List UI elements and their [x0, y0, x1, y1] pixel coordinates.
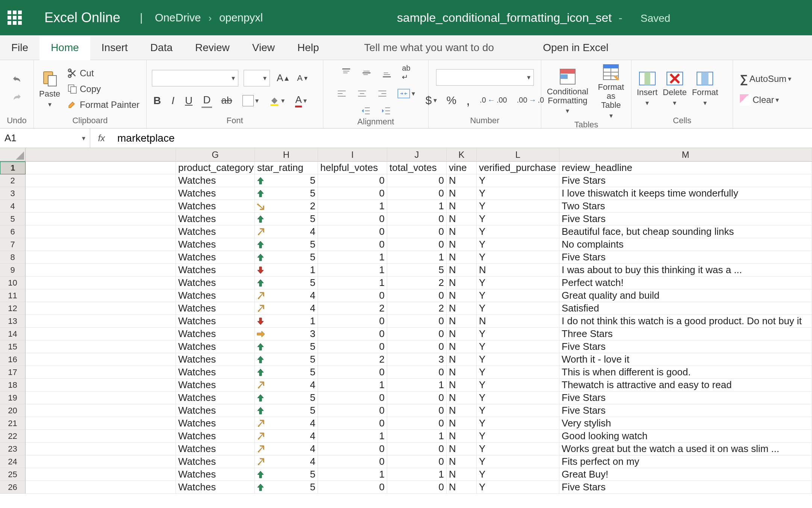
cell[interactable]: Y — [477, 353, 559, 366]
row-header[interactable]: 23 — [0, 443, 26, 455]
cell[interactable]: 0 — [387, 328, 447, 340]
cell[interactable]: 5 — [255, 238, 318, 251]
column-header[interactable]: J — [387, 148, 447, 161]
cell[interactable] — [26, 213, 176, 225]
cell[interactable]: 1 — [387, 468, 447, 481]
cell[interactable]: 4 — [255, 289, 318, 302]
column-header[interactable]: K — [447, 148, 477, 161]
header-cell[interactable]: star_rating — [255, 162, 318, 174]
row-header[interactable]: 20 — [0, 404, 26, 417]
cell[interactable]: Watches — [176, 455, 255, 468]
cell[interactable]: Five Stars — [559, 340, 812, 353]
cell[interactable]: Watches — [176, 315, 255, 328]
cell[interactable] — [26, 302, 176, 315]
cell[interactable]: 2 — [387, 277, 447, 289]
cell[interactable]: 0 — [318, 481, 387, 494]
cell[interactable]: 5 — [255, 404, 318, 417]
wrap-text-button[interactable]: ab↵ — [400, 63, 412, 82]
insert-button[interactable]: Insert▾ — [637, 71, 657, 107]
cell[interactable]: 1 — [387, 430, 447, 443]
align-right-button[interactable] — [376, 88, 389, 100]
name-box[interactable]: A1 ▾ — [0, 129, 90, 148]
row-header[interactable]: 15 — [0, 340, 26, 353]
cell[interactable]: 1 — [318, 200, 387, 213]
row-header[interactable]: 13 — [0, 315, 26, 328]
cell[interactable]: Watches — [176, 302, 255, 315]
cell[interactable]: Watches — [176, 430, 255, 443]
row-header[interactable]: 18 — [0, 379, 26, 392]
merge-button[interactable]: ▾ — [396, 88, 417, 100]
cell[interactable]: 0 — [387, 443, 447, 455]
tell-me-input[interactable]: Tell me what you want to do — [353, 35, 506, 60]
cell[interactable]: Good looking watch — [559, 430, 812, 443]
menu-file[interactable]: File — [0, 35, 39, 60]
cell[interactable]: N — [447, 443, 477, 455]
cell[interactable] — [26, 264, 176, 277]
cell[interactable]: Very stylish — [559, 417, 812, 430]
cell[interactable]: Y — [477, 200, 559, 213]
cell[interactable]: I do not think this watch is a good prod… — [559, 315, 812, 328]
cell[interactable]: 0 — [387, 455, 447, 468]
cell[interactable] — [26, 468, 176, 481]
cell[interactable]: N — [447, 187, 477, 200]
cell[interactable]: Y — [477, 468, 559, 481]
cell[interactable]: 0 — [387, 289, 447, 302]
cell[interactable]: 2 — [387, 302, 447, 315]
cell[interactable]: 0 — [318, 225, 387, 238]
underline-button[interactable]: U — [183, 94, 194, 107]
cell[interactable]: N — [447, 340, 477, 353]
row-header[interactable]: 7 — [0, 238, 26, 251]
cell[interactable] — [26, 404, 176, 417]
cell[interactable]: 1 — [318, 264, 387, 277]
row-header[interactable]: 2 — [0, 174, 26, 187]
cell[interactable] — [26, 481, 176, 494]
cell[interactable] — [26, 353, 176, 366]
header-cell[interactable]: verified_purchase — [477, 162, 559, 174]
cell[interactable]: Three Stars — [559, 328, 812, 340]
breadcrumb[interactable]: OneDrive › openpyxl — [155, 12, 263, 24]
cell[interactable]: 0 — [387, 187, 447, 200]
cell[interactable]: 0 — [318, 213, 387, 225]
fx-icon[interactable]: fx — [90, 129, 113, 148]
cell[interactable]: Watches — [176, 404, 255, 417]
cell[interactable]: N — [447, 225, 477, 238]
cell[interactable]: 1 — [318, 379, 387, 392]
header-cell[interactable]: total_votes — [387, 162, 447, 174]
column-header[interactable] — [26, 148, 176, 161]
cell[interactable]: Y — [477, 392, 559, 404]
cell[interactable]: Y — [477, 430, 559, 443]
cell[interactable]: 1 — [387, 200, 447, 213]
cell[interactable]: Y — [477, 225, 559, 238]
cell[interactable]: Watches — [176, 353, 255, 366]
cell[interactable] — [26, 251, 176, 264]
cell[interactable]: Watches — [176, 289, 255, 302]
align-left-button[interactable] — [335, 88, 348, 100]
cell[interactable]: 0 — [387, 417, 447, 430]
cell[interactable]: 0 — [318, 443, 387, 455]
cell[interactable]: Watches — [176, 481, 255, 494]
cell[interactable]: Thewatch is attractive and easy to read — [559, 379, 812, 392]
autosum-button[interactable]: ∑ AutoSum▾ — [738, 72, 793, 86]
header-cell[interactable]: helpful_votes — [318, 162, 387, 174]
cell[interactable]: 5 — [255, 468, 318, 481]
cell[interactable]: Watches — [176, 468, 255, 481]
menu-review[interactable]: Review — [184, 35, 241, 60]
cell[interactable]: 3 — [387, 353, 447, 366]
cell[interactable]: Watches — [176, 200, 255, 213]
cell[interactable]: Watches — [176, 264, 255, 277]
cell[interactable]: N — [477, 315, 559, 328]
shrink-font-button[interactable]: A▾ — [295, 73, 309, 84]
cell[interactable]: Watches — [176, 187, 255, 200]
cell[interactable]: 0 — [387, 404, 447, 417]
cell[interactable]: N — [447, 481, 477, 494]
cell[interactable]: 0 — [387, 366, 447, 379]
row-header[interactable]: 10 — [0, 277, 26, 289]
cut-button[interactable]: Cut — [65, 67, 95, 80]
cell[interactable]: N — [447, 468, 477, 481]
column-header[interactable]: L — [477, 148, 559, 161]
cell[interactable] — [26, 340, 176, 353]
cell[interactable]: 1 — [318, 468, 387, 481]
menu-home[interactable]: Home — [39, 36, 90, 60]
cell[interactable]: 0 — [387, 225, 447, 238]
cell[interactable]: Watches — [176, 392, 255, 404]
